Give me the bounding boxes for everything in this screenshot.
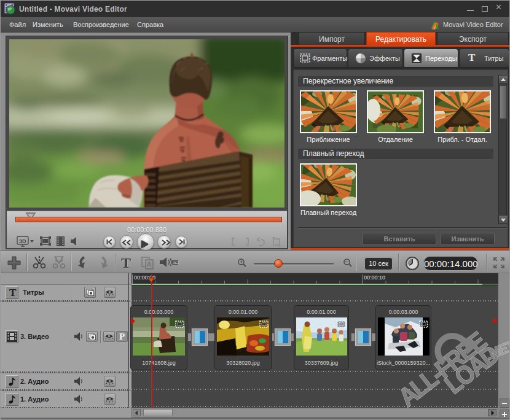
svg-text:A: A: [147, 261, 151, 268]
svg-text:00:00:10: 00:00:10: [364, 274, 385, 281]
svg-text:3D: 3D: [19, 238, 26, 244]
svg-text:REC: REC: [173, 261, 179, 265]
